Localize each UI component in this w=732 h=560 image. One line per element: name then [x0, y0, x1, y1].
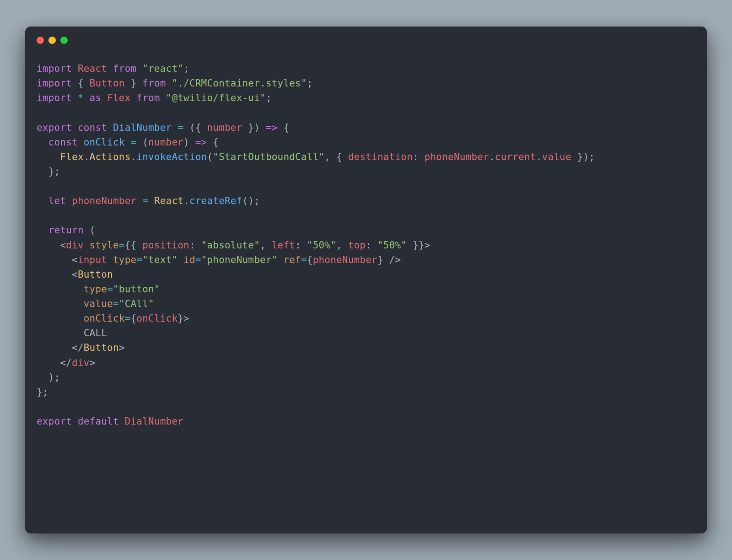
code-token: value	[84, 298, 113, 309]
code-token: onClick	[84, 137, 125, 148]
code-token: value	[542, 151, 571, 162]
code-token: invokeAction	[136, 151, 207, 162]
code-token: "50%"	[377, 240, 407, 251]
close-icon[interactable]	[37, 37, 44, 44]
code-content: import React from "react"; import { Butt…	[25, 48, 707, 442]
code-token: DialNumber	[113, 122, 172, 133]
code-token: DialNumber	[125, 416, 183, 427]
code-token: default	[78, 416, 119, 427]
code-token: from	[142, 78, 166, 89]
code-token: let	[48, 195, 66, 206]
code-token: const	[78, 122, 107, 133]
code-token: onClick	[84, 313, 125, 324]
code-token: Flex	[107, 92, 130, 103]
code-token: Button	[84, 342, 119, 353]
code-token: Flex	[60, 151, 83, 162]
code-token: destination	[348, 151, 413, 162]
code-token: type	[113, 254, 136, 265]
code-token: id	[183, 254, 195, 265]
code-token: phoneNumber	[313, 254, 377, 265]
code-token: CALL	[84, 328, 107, 339]
maximize-icon[interactable]	[60, 37, 68, 44]
code-token: const	[48, 137, 78, 148]
code-token: "50%"	[307, 240, 336, 251]
code-token: top	[348, 240, 366, 251]
window-titlebar	[25, 27, 707, 48]
code-token: React	[78, 63, 107, 74]
code-token: "CAll"	[119, 298, 154, 309]
code-token: React	[154, 195, 183, 206]
code-token: Button	[78, 269, 113, 280]
code-token: input	[78, 254, 107, 265]
code-token: export	[37, 416, 72, 427]
code-token: phoneNumber	[72, 195, 136, 206]
code-token: export	[37, 122, 72, 133]
code-editor-window: import React from "react"; import { Butt…	[25, 27, 707, 533]
code-token: Actions	[90, 151, 131, 162]
code-token: "react"	[142, 63, 183, 74]
code-token: phoneNumber	[425, 151, 489, 162]
code-token: div	[72, 357, 90, 368]
code-token: "./CRMContainer.styles"	[172, 78, 307, 89]
code-token: number	[207, 122, 242, 133]
minimize-icon[interactable]	[48, 37, 56, 44]
code-token: createRef	[189, 195, 242, 206]
code-token: "absolute"	[201, 240, 260, 251]
code-token: div	[66, 240, 84, 251]
code-token: onClick	[136, 313, 178, 324]
code-token: ref	[283, 254, 301, 265]
code-token: from	[113, 63, 136, 74]
code-token: type	[84, 284, 107, 295]
code-token: *	[78, 92, 84, 103]
code-token: current	[495, 151, 536, 162]
code-token: "@twilio/flex-ui"	[166, 92, 266, 103]
code-token: import	[37, 92, 72, 103]
code-token: as	[90, 92, 102, 103]
code-token: "phoneNumber"	[201, 254, 278, 265]
code-token: style	[90, 240, 119, 251]
code-token: "button"	[113, 284, 160, 295]
code-token: "StartOutboundCall"	[213, 151, 324, 162]
code-token: "text"	[142, 254, 178, 265]
code-token: import	[37, 78, 72, 89]
code-token: position	[142, 240, 189, 251]
code-token: return	[48, 225, 84, 236]
code-token: left	[272, 240, 295, 251]
code-token: import	[37, 63, 72, 74]
code-token: number	[148, 137, 183, 148]
code-token: Button	[90, 78, 125, 89]
code-token: from	[136, 92, 160, 103]
